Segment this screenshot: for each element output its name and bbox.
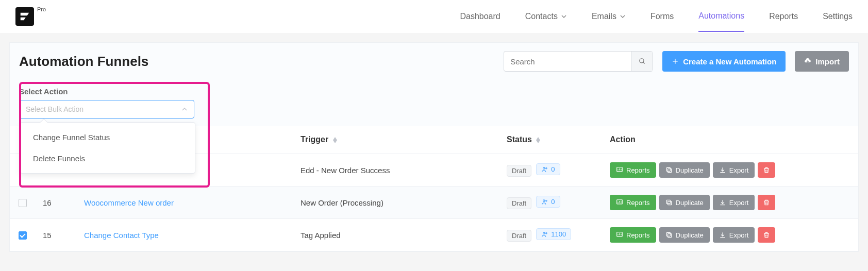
svg-point-14 — [543, 232, 545, 234]
bulk-option-delete[interactable]: Delete Funnels — [21, 148, 195, 169]
page-title: Automation Funnels — [19, 54, 148, 70]
bulk-option-change-status[interactable]: Change Funnel Status — [21, 127, 195, 148]
count-value: 0 — [551, 198, 555, 206]
nav-label: Automations — [698, 11, 744, 21]
nav-menu: Dashboard Contacts Emails Forms Automati… — [460, 1, 853, 32]
chart-icon — [616, 231, 623, 239]
page-wrap: Automation Funnels Create a New Automati… — [0, 33, 868, 261]
download-icon — [719, 199, 726, 206]
user-icon — [541, 166, 548, 173]
table-row: 15 Change Contact Type Tag Applied Draft… — [10, 219, 858, 251]
nav-label: Reports — [769, 12, 798, 21]
count-pill[interactable]: 0 — [536, 163, 560, 175]
chevron-down-icon — [620, 13, 626, 20]
cell-id: 16 — [36, 187, 77, 219]
nav-label: Contacts — [525, 12, 558, 21]
row-checkbox[interactable] — [19, 231, 27, 240]
svg-rect-17 — [667, 234, 671, 238]
funnel-title-link[interactable]: Woocommerce New order — [84, 198, 174, 207]
brand: Pro — [15, 7, 46, 26]
nav-dashboard[interactable]: Dashboard — [460, 2, 500, 31]
nav-contacts[interactable]: Contacts — [525, 2, 567, 31]
panel: Automation Funnels Create a New Automati… — [9, 42, 859, 252]
svg-point-9 — [543, 200, 545, 202]
btn-label: Duplicate — [676, 231, 704, 239]
funnel-title-link[interactable]: Change Contact Type — [84, 231, 159, 240]
row-checkbox[interactable] — [19, 199, 27, 207]
status-pill: Draft — [507, 165, 531, 177]
delete-button[interactable] — [758, 162, 775, 178]
col-status-label: Status — [507, 135, 532, 144]
copy-icon — [665, 231, 673, 239]
bulk-area: Select Action Select Bulk Action Change … — [10, 80, 858, 121]
copy-icon — [665, 199, 673, 206]
create-label: Create a New Automation — [683, 57, 776, 66]
btn-label: Export — [729, 231, 749, 239]
col-trigger[interactable]: Trigger — [293, 126, 499, 154]
count-pill[interactable]: 1100 — [536, 228, 571, 240]
svg-point-10 — [546, 200, 547, 201]
svg-rect-13 — [666, 200, 670, 204]
svg-point-0 — [639, 59, 643, 63]
user-icon — [541, 231, 548, 238]
copy-icon — [665, 166, 673, 174]
import-button[interactable]: Import — [795, 51, 849, 72]
topbar: Pro Dashboard Contacts Emails Forms Auto… — [0, 0, 868, 33]
download-icon — [719, 231, 726, 239]
search-input[interactable] — [504, 52, 631, 71]
bulk-action-select[interactable]: Select Bulk Action — [19, 100, 194, 118]
reports-button[interactable]: Reports — [610, 162, 656, 178]
create-automation-button[interactable]: Create a New Automation — [662, 51, 786, 72]
row-actions: Reports Duplicate Export — [610, 195, 851, 210]
search-wrap — [504, 51, 653, 72]
brand-logo[interactable] — [15, 7, 34, 26]
count-value: 0 — [551, 165, 555, 173]
nav-emails[interactable]: Emails — [592, 2, 626, 31]
chevron-up-icon — [181, 106, 188, 112]
delete-button[interactable] — [758, 195, 775, 210]
count-value: 1100 — [551, 230, 566, 238]
svg-rect-7 — [667, 169, 671, 173]
svg-rect-8 — [666, 167, 670, 171]
search-icon — [639, 58, 646, 65]
row-actions: Reports Duplicate Export — [610, 162, 851, 178]
svg-point-4 — [543, 167, 545, 170]
nav-forms[interactable]: Forms — [650, 2, 674, 31]
status-pill: Draft — [507, 230, 531, 242]
trash-icon — [763, 231, 770, 239]
nav-automations[interactable]: Automations — [698, 1, 744, 32]
count-pill[interactable]: 0 — [536, 196, 560, 208]
sort-icon — [333, 137, 337, 143]
search-button[interactable] — [631, 52, 653, 71]
duplicate-button[interactable]: Duplicate — [659, 227, 710, 243]
reports-button[interactable]: Reports — [610, 195, 656, 210]
delete-button[interactable] — [758, 227, 775, 243]
brand-badge: Pro — [37, 6, 46, 12]
duplicate-button[interactable]: Duplicate — [659, 195, 710, 210]
export-button[interactable]: Export — [713, 162, 755, 178]
btn-label: Reports — [626, 231, 650, 239]
chart-icon — [616, 199, 623, 206]
chart-icon — [616, 166, 623, 174]
col-trigger-label: Trigger — [301, 135, 328, 144]
nav-reports[interactable]: Reports — [769, 2, 798, 31]
nav-settings[interactable]: Settings — [823, 2, 853, 31]
col-action: Action — [603, 126, 858, 154]
nav-label: Emails — [592, 12, 616, 21]
download-icon — [719, 166, 726, 174]
bulk-select-placeholder: Select Bulk Action — [26, 105, 84, 113]
nav-label: Forms — [650, 12, 674, 21]
cell-trigger: New Order (Processing) — [293, 187, 499, 219]
export-button[interactable]: Export — [713, 227, 755, 243]
btn-label: Reports — [626, 166, 650, 174]
export-button[interactable]: Export — [713, 195, 755, 210]
import-label: Import — [815, 57, 840, 66]
reports-button[interactable]: Reports — [610, 227, 656, 243]
bulk-action-label: Select Action — [19, 87, 849, 96]
cell-id: 15 — [36, 219, 77, 251]
duplicate-button[interactable]: Duplicate — [659, 162, 710, 178]
btn-label: Duplicate — [676, 199, 704, 207]
panel-header: Automation Funnels Create a New Automati… — [10, 43, 858, 80]
col-status[interactable]: Status — [499, 126, 603, 154]
svg-point-15 — [546, 232, 547, 233]
